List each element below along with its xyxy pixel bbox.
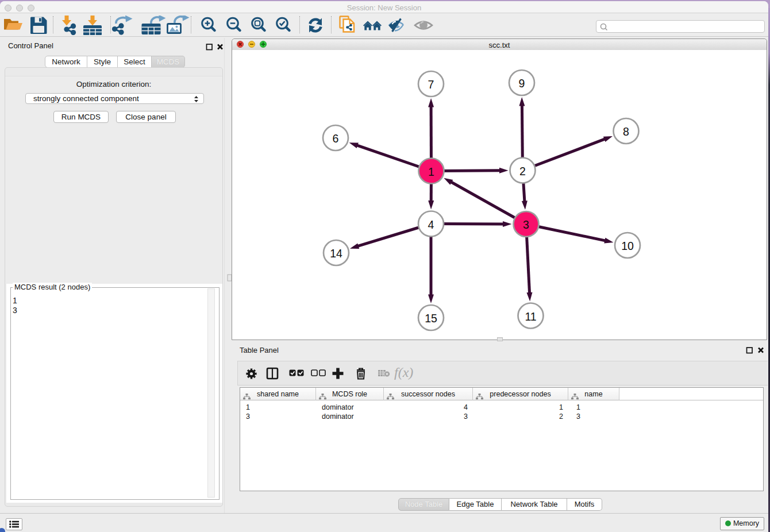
svg-text:8: 8 xyxy=(623,125,629,138)
svg-text:10: 10 xyxy=(621,240,634,252)
svg-text:2: 2 xyxy=(519,165,526,178)
svg-text:11: 11 xyxy=(525,310,536,323)
svg-text:7: 7 xyxy=(428,78,434,91)
svg-text:6: 6 xyxy=(333,132,339,145)
svg-text:4: 4 xyxy=(428,218,434,231)
svg-text:1: 1 xyxy=(428,165,434,178)
svg-text:15: 15 xyxy=(425,312,437,325)
svg-text:14: 14 xyxy=(330,247,342,260)
svg-text:3: 3 xyxy=(523,218,529,231)
svg-text:9: 9 xyxy=(519,77,525,90)
